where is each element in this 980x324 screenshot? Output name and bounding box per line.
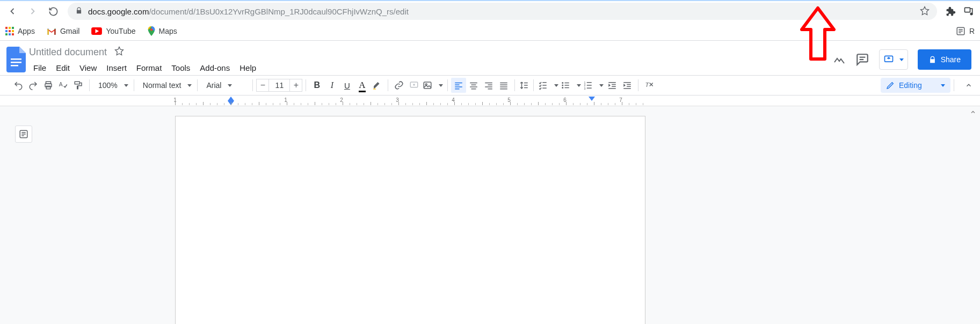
menu-addons[interactable]: Add-ons bbox=[195, 61, 234, 75]
menu-format[interactable]: Format bbox=[132, 61, 166, 75]
font-dropdown[interactable]: Arial bbox=[201, 78, 249, 93]
pencil-icon bbox=[886, 81, 895, 90]
reload-button[interactable] bbox=[44, 2, 62, 20]
caret-icon bbox=[899, 58, 904, 61]
svg-rect-58 bbox=[612, 86, 616, 87]
bookmarks-bar: Apps Gmail YouTube Maps R bbox=[0, 21, 980, 41]
svg-point-46 bbox=[562, 87, 564, 89]
align-center-button[interactable] bbox=[466, 78, 481, 93]
line-spacing-button[interactable] bbox=[518, 78, 530, 93]
svg-rect-56 bbox=[609, 82, 616, 83]
svg-rect-48 bbox=[565, 85, 569, 86]
present-button[interactable] bbox=[879, 49, 908, 70]
document-title[interactable]: Untitled document bbox=[29, 47, 107, 58]
bookmark-reading-list[interactable]: R bbox=[956, 26, 975, 36]
menu-tools[interactable]: Tools bbox=[167, 61, 194, 75]
outline-toggle-button[interactable] bbox=[15, 126, 32, 143]
menu-file[interactable]: File bbox=[29, 61, 50, 75]
svg-rect-0 bbox=[965, 8, 970, 12]
svg-rect-59 bbox=[609, 88, 616, 89]
underline-button[interactable]: U bbox=[339, 78, 354, 93]
forward-button[interactable] bbox=[24, 2, 42, 20]
media-control-button[interactable] bbox=[961, 3, 977, 19]
bookmark-gmail[interactable]: Gmail bbox=[47, 27, 80, 35]
document-page[interactable] bbox=[175, 116, 645, 324]
menu-help[interactable]: Help bbox=[235, 61, 260, 75]
bookmark-youtube[interactable]: YouTube bbox=[91, 27, 135, 35]
extensions-button[interactable] bbox=[942, 3, 959, 19]
menu-view[interactable]: View bbox=[75, 61, 101, 75]
svg-point-44 bbox=[562, 82, 564, 84]
gmail-icon bbox=[47, 27, 56, 35]
bookmark-apps[interactable]: Apps bbox=[5, 27, 35, 35]
share-button[interactable]: Share bbox=[918, 49, 971, 70]
indent-decrease-button[interactable] bbox=[605, 78, 620, 93]
svg-rect-54 bbox=[587, 85, 592, 86]
svg-rect-61 bbox=[627, 84, 631, 85]
undo-button[interactable] bbox=[11, 78, 26, 93]
svg-text:A: A bbox=[59, 81, 63, 87]
bold-button[interactable]: B bbox=[309, 78, 324, 93]
canvas bbox=[0, 106, 980, 324]
scroll-up-button[interactable] bbox=[968, 107, 978, 117]
editing-mode-dropdown[interactable]: Editing bbox=[881, 78, 950, 93]
bookmark-star-icon[interactable] bbox=[920, 6, 930, 17]
indent-increase-button[interactable] bbox=[620, 78, 635, 93]
svg-rect-9 bbox=[11, 62, 21, 63]
link-button[interactable] bbox=[391, 78, 406, 93]
menu-edit[interactable]: Edit bbox=[52, 61, 74, 75]
ruler[interactable]: 1 1 2 3 4 5 6 7 bbox=[0, 95, 980, 106]
docs-logo[interactable] bbox=[5, 45, 27, 74]
align-right-button[interactable] bbox=[481, 78, 496, 93]
browser-nav-bar: docs.google.com/document/d/1BsU0x12YvrRg… bbox=[0, 0, 980, 21]
number-list-button[interactable]: 123 bbox=[582, 78, 605, 93]
toolbar: A 100% Normal text Arial − 11 + B I U A … bbox=[0, 75, 980, 95]
svg-point-1 bbox=[970, 13, 972, 14]
svg-rect-47 bbox=[565, 83, 569, 84]
activity-icon[interactable] bbox=[833, 53, 846, 66]
italic-button[interactable]: I bbox=[324, 78, 339, 93]
svg-rect-10 bbox=[11, 65, 18, 67]
font-size-input[interactable]: 11 bbox=[269, 79, 289, 92]
spellcheck-button[interactable]: A bbox=[56, 78, 71, 93]
clear-format-button[interactable]: T bbox=[642, 78, 657, 93]
lock-icon bbox=[928, 56, 937, 64]
print-button[interactable] bbox=[41, 78, 56, 93]
comment-button[interactable] bbox=[406, 78, 422, 93]
image-button[interactable] bbox=[422, 78, 444, 93]
svg-rect-53 bbox=[587, 82, 592, 83]
align-left-button[interactable] bbox=[451, 78, 466, 93]
ruler-right-marker-icon[interactable] bbox=[589, 97, 595, 101]
reading-list-icon bbox=[956, 26, 966, 36]
ruler-left-marker-icon[interactable] bbox=[228, 97, 234, 101]
url-text: docs.google.com/document/d/1BsU0x12YvrRg… bbox=[88, 7, 409, 16]
paint-format-button[interactable] bbox=[71, 78, 86, 93]
svg-point-45 bbox=[562, 85, 564, 86]
hide-menus-button[interactable] bbox=[962, 82, 976, 89]
text-color-button[interactable]: A bbox=[354, 78, 369, 93]
align-justify-button[interactable] bbox=[496, 78, 511, 93]
svg-rect-20 bbox=[424, 82, 432, 89]
youtube-icon bbox=[91, 27, 102, 35]
address-bar[interactable]: docs.google.com/document/d/1BsU0x12YvrRg… bbox=[68, 3, 937, 20]
svg-text:3: 3 bbox=[584, 87, 586, 90]
maps-icon bbox=[148, 26, 155, 36]
star-document-icon[interactable] bbox=[114, 46, 124, 58]
redo-button[interactable] bbox=[26, 78, 41, 93]
apps-grid-icon bbox=[5, 27, 14, 35]
font-increase-button[interactable]: + bbox=[289, 79, 302, 92]
bookmark-maps[interactable]: Maps bbox=[148, 26, 177, 36]
svg-text:T: T bbox=[645, 82, 650, 88]
menu-insert[interactable]: Insert bbox=[102, 61, 131, 75]
svg-rect-57 bbox=[612, 84, 616, 85]
svg-rect-55 bbox=[587, 88, 592, 89]
styles-dropdown[interactable]: Normal text bbox=[137, 78, 194, 93]
zoom-dropdown[interactable]: 100% bbox=[93, 78, 130, 93]
font-decrease-button[interactable]: − bbox=[256, 79, 269, 92]
bullet-list-button[interactable] bbox=[560, 78, 582, 93]
highlight-button[interactable] bbox=[369, 78, 384, 93]
back-button[interactable] bbox=[3, 2, 21, 20]
comments-icon[interactable] bbox=[855, 53, 869, 67]
checklist-button[interactable] bbox=[537, 78, 560, 93]
svg-rect-8 bbox=[11, 58, 21, 60]
